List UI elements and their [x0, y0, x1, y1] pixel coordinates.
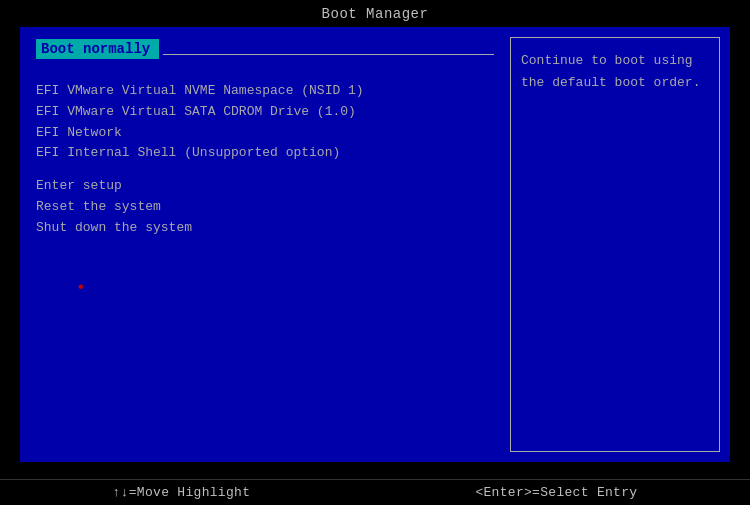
spacer — [36, 164, 494, 176]
status-move-highlight: ↑↓=Move Highlight — [113, 485, 251, 500]
main-area: Boot normally EFI VMware Virtual NVME Na… — [0, 27, 750, 479]
boot-entry-shell[interactable]: EFI Internal Shell (Unsupported option) — [36, 143, 494, 164]
action-enter-setup[interactable]: Enter setup — [36, 176, 494, 197]
boot-entry-nvme[interactable]: EFI VMware Virtual NVME Namespace (NSID … — [36, 81, 494, 102]
red-dot-marker: • — [76, 279, 494, 297]
action-entries-list: Enter setup Reset the system Shut down t… — [36, 176, 494, 238]
right-panel: Continue to boot using the default boot … — [510, 37, 720, 452]
boot-frame: Boot normally EFI VMware Virtual NVME Na… — [20, 27, 730, 462]
selected-boot-item[interactable]: Boot normally — [36, 39, 159, 59]
boot-entries-list: EFI VMware Virtual NVME Namespace (NSID … — [36, 81, 494, 164]
status-bar: ↑↓=Move Highlight <Enter>=Select Entry — [0, 479, 750, 505]
page-title: Boot Manager — [322, 6, 429, 22]
selected-row: Boot normally — [36, 39, 494, 69]
right-panel-text: Continue to boot using the default boot … — [521, 53, 700, 90]
status-select-entry: <Enter>=Select Entry — [475, 485, 637, 500]
boot-entry-network[interactable]: EFI Network — [36, 123, 494, 144]
action-reset-system[interactable]: Reset the system — [36, 197, 494, 218]
left-panel: Boot normally EFI VMware Virtual NVME Na… — [20, 27, 510, 462]
title-bar: Boot Manager — [0, 0, 750, 27]
action-shutdown[interactable]: Shut down the system — [36, 218, 494, 239]
boot-entry-cdrom[interactable]: EFI VMware Virtual SATA CDROM Drive (1.0… — [36, 102, 494, 123]
